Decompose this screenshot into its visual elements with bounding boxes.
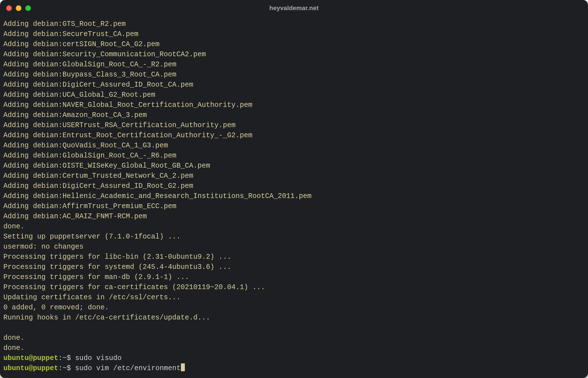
- terminal-output-line: [3, 323, 585, 333]
- terminal-output-line: Adding debian:NAVER_Global_Root_Certific…: [3, 100, 585, 110]
- terminal-window: heyvaldemar.net Adding debian:GTS_Root_R…: [0, 0, 588, 378]
- terminal-output-line: Adding debian:Hellenic_Academic_and_Rese…: [3, 191, 585, 201]
- terminal-output-line: done.: [3, 333, 585, 343]
- terminal-output-line: Adding debian:GlobalSign_Root_CA_-_R2.pe…: [3, 60, 585, 70]
- terminal-output-line: done.: [3, 343, 585, 353]
- prompt-command: sudo visudo: [75, 354, 122, 362]
- terminal-output-line: Adding debian:Entrust_Root_Certification…: [3, 130, 585, 141]
- zoom-icon[interactable]: [25, 5, 31, 11]
- terminal-output-line: usermod: no changes: [3, 242, 585, 252]
- prompt-host: puppet: [33, 364, 58, 372]
- cursor-icon: [181, 363, 185, 371]
- terminal-output-line: Adding debian:DigiCert_Assured_ID_Root_C…: [3, 80, 585, 90]
- terminal-output-line: Adding debian:GlobalSign_Root_CA_-_R6.pe…: [3, 151, 585, 161]
- terminal-output-line: Adding debian:Buypass_Class_3_Root_CA.pe…: [3, 70, 585, 80]
- terminal-output-line: Adding debian:UCA_Global_G2_Root.pem: [3, 90, 585, 100]
- terminal-output-line: Adding debian:Security_Communication_Roo…: [3, 50, 585, 60]
- minimize-icon[interactable]: [16, 5, 21, 11]
- titlebar: heyvaldemar.net: [0, 0, 588, 16]
- prompt-user: ubuntu: [3, 364, 29, 372]
- terminal-output-line: Setting up puppetserver (7.1.0-1focal) .…: [3, 232, 585, 242]
- terminal-output-line: done.: [3, 222, 585, 232]
- prompt-cwd: ~: [62, 364, 67, 372]
- terminal-prompt-line: ubuntu@puppet:~$ sudo vim /etc/environme…: [3, 363, 585, 374]
- close-icon[interactable]: [6, 5, 12, 11]
- prompt-at: @: [29, 364, 33, 372]
- terminal-output-line: Adding debian:USERTrust_RSA_Certificatio…: [3, 120, 585, 130]
- prompt-at: @: [29, 354, 33, 362]
- terminal-output-line: Adding debian:certSIGN_Root_CA_G2.pem: [3, 39, 585, 50]
- terminal-output-line: Processing triggers for ca-certificates …: [3, 282, 585, 292]
- window-title: heyvaldemar.net: [0, 4, 588, 12]
- terminal-output-line: Adding debian:QuoVadis_Root_CA_1_G3.pem: [3, 141, 585, 151]
- terminal-output-line: Updating certificates in /etc/ssl/certs.…: [3, 292, 585, 303]
- prompt-user: ubuntu: [3, 354, 29, 362]
- terminal-output-line: Adding debian:DigiCert_Assured_ID_Root_G…: [3, 181, 585, 191]
- window-controls: [6, 5, 31, 11]
- terminal-prompt-line: ubuntu@puppet:~$ sudo visudo: [3, 353, 585, 363]
- terminal-output-line: Processing triggers for man-db (2.9.1-1)…: [3, 272, 585, 282]
- terminal-output-line: Adding debian:Certum_Trusted_Network_CA_…: [3, 171, 585, 181]
- terminal-output-line: Adding debian:SecureTrust_CA.pem: [3, 29, 585, 39]
- prompt-colon: :: [58, 364, 62, 372]
- terminal-output-line: Processing triggers for libc-bin (2.31-0…: [3, 252, 585, 262]
- terminal-output-line: Adding debian:Amazon_Root_CA_3.pem: [3, 110, 585, 120]
- prompt-host: puppet: [33, 354, 58, 362]
- terminal-output-line: Adding debian:GTS_Root_R2.pem: [3, 19, 585, 29]
- terminal-output-line: Processing triggers for systemd (245.4-4…: [3, 262, 585, 272]
- prompt-symbol: $: [67, 364, 71, 372]
- terminal-output-line: Adding debian:AffirmTrust_Premium_ECC.pe…: [3, 201, 585, 212]
- terminal-output-line: Adding debian:AC_RAIZ_FNMT-RCM.pem: [3, 212, 585, 222]
- prompt-symbol: $: [67, 354, 71, 362]
- terminal-output-line: 0 added, 0 removed; done.: [3, 303, 585, 313]
- terminal-output-line: Running hooks in /etc/ca-certificates/up…: [3, 313, 585, 323]
- terminal-body[interactable]: Adding debian:GTS_Root_R2.pemAdding debi…: [0, 16, 588, 378]
- terminal-output-line: Adding debian:OISTE_WISeKey_Global_Root_…: [3, 161, 585, 171]
- prompt-command: sudo vim /etc/environment: [75, 364, 181, 372]
- prompt-cwd: ~: [62, 354, 67, 362]
- prompt-colon: :: [58, 354, 62, 362]
